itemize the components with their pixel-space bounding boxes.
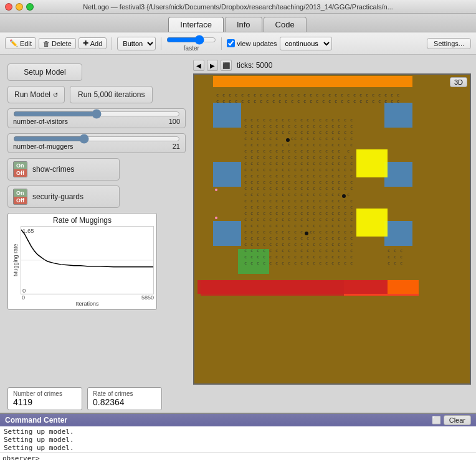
delete-button[interactable]: 🗑 Delete (39, 38, 76, 49)
svg-text:c: c (331, 149, 334, 154)
nav-right-btn[interactable]: ▶ (207, 60, 218, 71)
run-iterations-button[interactable]: Run 5,000 iterations (70, 86, 153, 103)
clear-button[interactable]: Clear (444, 415, 471, 425)
svg-text:c: c (288, 217, 290, 222)
widget-type-select[interactable]: Button (117, 37, 156, 50)
svg-text:c: c (338, 161, 340, 166)
svg-text:c: c (350, 223, 353, 228)
nav-left-btn[interactable]: ◀ (193, 60, 204, 71)
svg-text:c: c (294, 130, 297, 135)
window-controls (5, 3, 34, 11)
svg-text:c: c (250, 174, 253, 179)
svg-text:c: c (397, 99, 399, 104)
settings-button[interactable]: Settings... (427, 38, 471, 49)
svg-text:c: c (250, 236, 253, 241)
svg-text:c: c (350, 130, 353, 135)
svg-text:c: c (300, 124, 303, 129)
svg-text:c: c (222, 93, 225, 98)
svg-text:c: c (307, 192, 309, 197)
svg-text:c: c (275, 236, 278, 241)
svg-text:c: c (244, 205, 247, 210)
svg-text:c: c (350, 236, 353, 241)
svg-text:c: c (250, 211, 253, 216)
svg-text:c: c (222, 99, 225, 104)
svg-text:c: c (325, 199, 328, 204)
svg-text:c: c (310, 99, 312, 104)
run-model-button[interactable]: Run Model ↺ (7, 86, 65, 103)
chart-x-label: Iterations (11, 301, 154, 307)
svg-text:c: c (263, 248, 265, 253)
svg-text:c: c (250, 261, 253, 266)
tab-info[interactable]: Info (225, 17, 262, 32)
show-crimes-toggle[interactable]: On Off (13, 161, 27, 177)
svg-text:c: c (288, 167, 290, 172)
svg-text:c: c (257, 199, 259, 204)
svg-text:c: c (275, 261, 278, 266)
chart-x-row: 0 5850 (11, 294, 154, 301)
svg-text:c: c (313, 205, 315, 210)
setup-model-button[interactable]: Setup Model (7, 63, 82, 81)
svg-text:c: c (344, 248, 346, 253)
svg-text:c: c (319, 124, 321, 129)
svg-text:c: c (359, 93, 362, 98)
svg-text:c: c (257, 136, 259, 141)
edit-button[interactable]: ✏️ Edit (5, 37, 36, 49)
svg-text:c: c (319, 230, 321, 235)
security-guards-toggle[interactable]: On Off (13, 189, 27, 205)
svg-point-82 (215, 189, 217, 191)
command-input[interactable] (42, 453, 476, 460)
close-btn[interactable] (5, 3, 12, 11)
visitors-slider[interactable] (13, 111, 180, 116)
tab-code[interactable]: Code (264, 17, 307, 32)
plus-icon: ✚ (83, 39, 88, 47)
svg-text:c: c (300, 174, 303, 179)
svg-text:c: c (307, 180, 309, 185)
right-panel: ◀ ▶ ⬛ ticks: 5000 3D (193, 55, 476, 385)
view-updates-checkbox[interactable] (227, 39, 235, 47)
svg-text:c: c (263, 136, 265, 141)
svg-text:c: c (229, 99, 231, 104)
security-guards-toggle-widget: On Off security-guards (7, 185, 120, 208)
svg-text:c: c (247, 99, 250, 104)
rate-monitor-label: Rate of crimes (93, 390, 156, 397)
svg-text:c: c (250, 192, 253, 197)
tab-interface[interactable]: Interface (168, 17, 224, 32)
continuous-select[interactable]: continuous (280, 37, 332, 50)
svg-text:c: c (300, 261, 303, 266)
svg-text:c: c (269, 149, 272, 154)
svg-text:c: c (319, 149, 321, 154)
minimize-btn[interactable] (16, 3, 23, 11)
3d-button[interactable]: 3D (450, 77, 467, 87)
svg-text:c: c (250, 217, 253, 222)
svg-text:c: c (275, 167, 278, 172)
muggers-slider[interactable] (13, 136, 180, 141)
svg-text:c: c (303, 93, 306, 98)
svg-text:c: c (294, 223, 297, 228)
svg-text:c: c (316, 99, 318, 104)
svg-text:c: c (269, 180, 272, 185)
svg-text:c: c (300, 180, 303, 185)
svg-text:c: c (282, 223, 284, 228)
svg-text:c: c (269, 118, 272, 123)
svg-text:c: c (244, 143, 247, 148)
maximize-btn[interactable] (26, 3, 34, 11)
nav-reset-btn[interactable]: ⬛ (221, 60, 232, 71)
svg-text:c: c (350, 124, 353, 129)
svg-text:c: c (244, 199, 247, 204)
svg-text:c: c (344, 130, 346, 135)
svg-text:c: c (319, 205, 321, 210)
svg-text:c: c (319, 248, 321, 253)
svg-text:c: c (300, 130, 303, 135)
svg-text:c: c (338, 130, 340, 135)
security-guards-off: Off (14, 197, 27, 204)
svg-text:c: c (288, 248, 290, 253)
svg-text:c: c (344, 136, 346, 141)
svg-text:c: c (344, 155, 346, 160)
svg-text:c: c (294, 205, 297, 210)
speed-slider[interactable] (166, 35, 216, 45)
add-button[interactable]: ✚ Add (79, 37, 107, 49)
svg-text:c: c (319, 242, 321, 247)
svg-text:c: c (294, 255, 297, 260)
svg-text:c: c (266, 99, 269, 104)
svg-text:c: c (350, 255, 353, 260)
